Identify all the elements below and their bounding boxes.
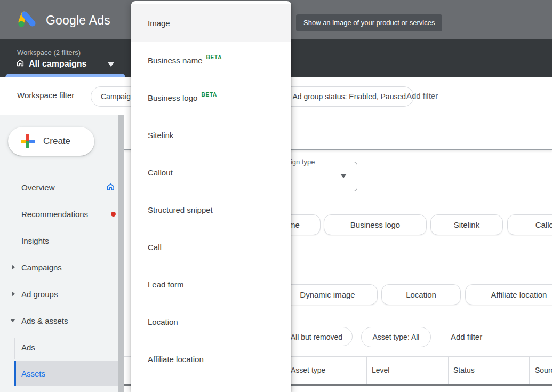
sidebar-nav-item-label: Ads & assets (21, 316, 68, 325)
sidebar-nav-item[interactable]: Ads & assets (0, 307, 118, 334)
workspace-title: Workspace (2 filters) (17, 49, 81, 57)
create-button[interactable]: Create (8, 127, 94, 156)
asset-menu-item[interactable]: Business logo BETA (131, 79, 291, 116)
column-separator (448, 357, 449, 384)
notification-dot (111, 212, 116, 217)
asset-type-menu: Image BETA Business name BETA Business l… (131, 1, 291, 392)
sidebar-item-assets-label: Assets (21, 369, 45, 378)
beta-badge: BETA (201, 92, 217, 98)
shortcut-callout-button[interactable]: Callout (507, 214, 552, 235)
column-header-asset-type[interactable]: Asset type (291, 357, 325, 384)
chevron-down-icon[interactable] (108, 62, 114, 67)
beta-badge: BETA (206, 54, 222, 60)
column-separator (529, 357, 530, 384)
asset-menu-item-label: Callout (148, 168, 173, 177)
workspace-scope-label: All campaigns (29, 59, 86, 69)
shortcut-location-button[interactable]: Location (381, 284, 461, 305)
asset-menu-item-label: Image (148, 19, 170, 28)
selected-item-rail (14, 361, 16, 386)
home-icon (16, 59, 25, 69)
sidebar-nav-item-label: Overview (21, 183, 55, 192)
navigation-sidebar: Create Overview Recommendations (0, 115, 124, 392)
sidebar-nav-item-label: Campaigns (21, 263, 62, 272)
column-header-level[interactable]: Level (372, 357, 389, 384)
brand-title: Google Ads (46, 13, 110, 28)
asset-menu-item-label: Sitelink (148, 131, 173, 140)
sidebar-nav-item-label: Recommendations (21, 210, 88, 219)
chevron-icon[interactable] (10, 319, 15, 322)
asset-type-filter-chip[interactable]: Asset type: All (361, 327, 431, 347)
asset-menu-item-label: Lead form (148, 280, 184, 289)
sidebar-nav-item[interactable]: Ad groups (0, 281, 118, 307)
tooltip: Show an image of your product or service… (296, 14, 442, 31)
google-ads-logo-icon (16, 9, 38, 31)
asset-menu-item[interactable]: Affiliate location BETA (131, 340, 291, 378)
asset-menu-item-label: Structured snippet (148, 205, 213, 214)
shortcut-affiliate-location-button[interactable]: Affiliate location (465, 284, 552, 305)
sidebar-nav-item[interactable]: Campaigns (0, 254, 118, 281)
sidebar-nav-item-label: Insights (21, 236, 49, 245)
sidebar-nav-item[interactable]: Recommendations (0, 201, 118, 227)
asset-menu-item-label: Location (148, 317, 178, 326)
asset-menu-item[interactable]: Call BETA (131, 228, 291, 266)
asset-menu-item[interactable]: Sitelink BETA (131, 116, 291, 154)
asset-menu-item[interactable]: Callout BETA (131, 154, 291, 191)
shortcut-business-logo-button[interactable]: Business logo (324, 214, 427, 235)
workspace-active-indicator (5, 74, 125, 77)
sidebar-item-ads-label: Ads (21, 343, 35, 352)
asset-menu-item[interactable]: Image BETA (131, 4, 291, 42)
subnav-rail (14, 338, 15, 359)
add-filter-button[interactable]: Add filter (406, 86, 438, 106)
asset-menu-item-label: Business name (148, 56, 203, 65)
sidebar-scrollbar[interactable] (118, 115, 124, 392)
workspace-selector[interactable]: All campaigns (16, 59, 86, 69)
sidebar-nav-item-label: Ad groups (21, 290, 58, 299)
add-filter-button[interactable]: Add filter (451, 327, 482, 347)
create-button-label: Create (43, 136, 70, 147)
sidebar-item-ads[interactable]: Ads (0, 334, 118, 361)
sidebar-nav-list: Overview Recommendations (0, 174, 118, 334)
chevron-down-icon[interactable] (340, 174, 347, 178)
asset-menu-item-label: Call (148, 243, 162, 252)
create-plus-icon (21, 134, 35, 148)
column-separator (366, 357, 367, 384)
asset-menu-item-label: Business logo (148, 93, 197, 102)
asset-menu-item[interactable]: Structured snippet BETA (131, 191, 291, 228)
column-header-source[interactable]: Source (535, 357, 552, 384)
sidebar-nav-item[interactable]: Insights (0, 227, 118, 254)
sidebar-nav-item[interactable]: Overview (0, 174, 118, 201)
asset-menu-item[interactable]: Location BETA (131, 303, 291, 340)
column-header-status[interactable]: Status (453, 357, 475, 384)
brand[interactable]: Google Ads (16, 9, 110, 31)
shortcut-dynamic-image-button[interactable]: Dynamic image (277, 284, 378, 305)
home-icon (106, 182, 115, 194)
shortcut-sitelink-button[interactable]: Sitelink (430, 214, 503, 235)
workspace-filter-label: Workspace filter (17, 91, 74, 100)
asset-menu-item[interactable]: Business name BETA (131, 42, 291, 79)
asset-menu-item[interactable]: Lead form BETA (131, 266, 291, 303)
asset-menu-item-label: Affiliate location (148, 355, 204, 364)
sidebar-item-assets[interactable]: Assets (0, 361, 124, 386)
chevron-icon[interactable] (12, 291, 15, 297)
chevron-icon[interactable] (12, 265, 15, 270)
